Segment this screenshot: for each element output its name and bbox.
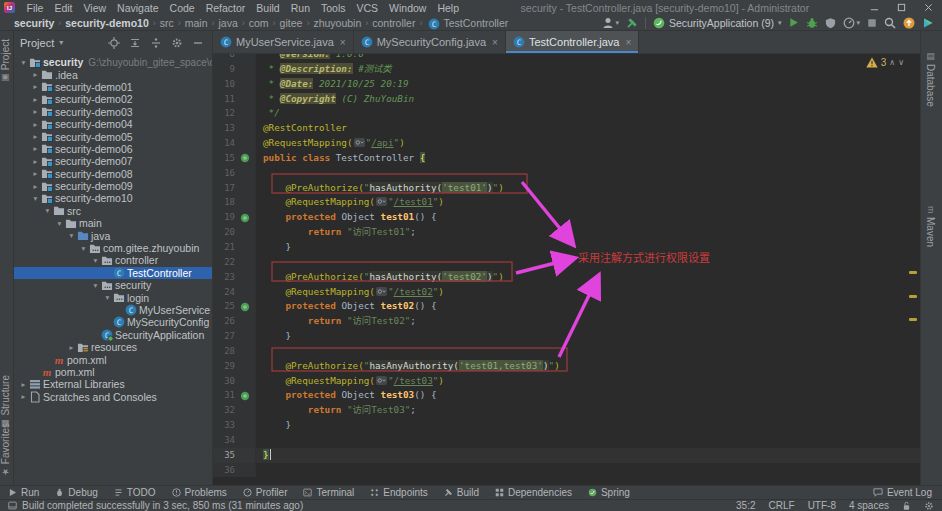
url-inlay-icon[interactable]	[376, 376, 387, 385]
line-number[interactable]: 28	[213, 344, 235, 359]
toolwindow-button-build[interactable]: Build	[444, 487, 479, 498]
line-number[interactable]: 30	[213, 374, 235, 389]
line-number[interactable]: 25	[213, 299, 235, 314]
toolwindow-button-profiler[interactable]: Profiler	[243, 487, 288, 498]
error-stripe-mark[interactable]	[909, 318, 917, 321]
line-number[interactable]: 18	[213, 195, 235, 210]
stop-button[interactable]	[867, 18, 877, 28]
tree-item-login[interactable]: ▾login	[14, 291, 212, 303]
minimize-icon[interactable]	[861, 0, 888, 15]
tree-expanded-icon[interactable]: ▾	[18, 58, 29, 67]
breadcrumb-item-security-demo10[interactable]: security-demo10	[65, 17, 148, 29]
toolwindow-button-problems[interactable]: Problems	[172, 487, 227, 498]
toolwindow-button-database[interactable]: ▤Database	[925, 51, 936, 107]
tree-item-security-demo06[interactable]: ▸security-demo06	[14, 143, 212, 155]
line-number[interactable]: 26	[213, 314, 235, 329]
spring-bean-gutter-icon[interactable]	[235, 151, 256, 166]
tree-collapsed-icon[interactable]: ▸	[18, 392, 29, 401]
menu-item-file[interactable]: File	[21, 2, 49, 14]
line-number[interactable]: 24	[213, 285, 235, 300]
line-number[interactable]: 19	[213, 210, 235, 225]
url-inlay-icon[interactable]	[376, 287, 387, 296]
user-button[interactable]: ▾	[602, 17, 619, 29]
settings-button[interactable]	[171, 37, 183, 49]
toolwindow-button-debug[interactable]: Debug	[55, 487, 97, 498]
breadcrumb-item-security[interactable]: security	[14, 17, 54, 29]
line-number[interactable]: 17	[213, 181, 235, 196]
close-tab-icon[interactable]: ×	[340, 37, 346, 48]
line-number[interactable]: 15	[213, 151, 235, 166]
maximize-icon[interactable]	[888, 0, 915, 15]
line-number[interactable]: 13	[213, 121, 235, 136]
tree-collapsed-icon[interactable]: ▸	[30, 70, 41, 79]
tree-item-security[interactable]: ▾security	[14, 279, 212, 291]
line-number[interactable]: 32	[213, 403, 235, 418]
tree-expanded-icon[interactable]: ▾	[78, 244, 89, 253]
tree-item-security-demo07[interactable]: ▸security-demo07	[14, 155, 212, 167]
tree-expanded-icon[interactable]: ▾	[102, 293, 113, 302]
url-inlay-icon[interactable]	[354, 138, 365, 147]
tree-item-security-demo03[interactable]: ▸security-demo03	[14, 106, 212, 118]
url-inlay-icon[interactable]	[376, 197, 387, 206]
spring-bean-gutter-icon[interactable]	[235, 299, 256, 314]
locate-button[interactable]	[108, 37, 120, 49]
project-panel-title[interactable]: Project	[20, 37, 54, 49]
lock-icon[interactable]	[902, 501, 911, 511]
tree-collapsed-icon[interactable]: ▸	[30, 132, 41, 141]
collapse-all-button[interactable]	[129, 37, 141, 49]
tree-item-security[interactable]: ▾securityG:\zhuyoubin_gitee_space\code\s…	[14, 56, 212, 68]
tree-expanded-icon[interactable]: ▾	[66, 231, 77, 240]
tree-collapsed-icon[interactable]: ▸	[30, 144, 41, 153]
error-stripe-mark[interactable]	[909, 295, 917, 298]
line-number[interactable]: 10	[213, 77, 235, 92]
line-separator[interactable]: CRLF	[769, 500, 795, 511]
tree-collapsed-icon[interactable]: ▸	[30, 95, 41, 104]
error-stripe-mark[interactable]	[909, 271, 917, 274]
profiler-button[interactable]: ▾	[843, 17, 860, 29]
inspections-widget[interactable]: 3 ∧ ∨	[866, 57, 904, 68]
menu-item-build[interactable]: Build	[251, 2, 285, 14]
line-number[interactable]: 20	[213, 225, 235, 240]
menu-item-edit[interactable]: Edit	[49, 2, 78, 14]
spring-bean-gutter-icon[interactable]	[235, 388, 256, 403]
close-tab-icon[interactable]: ×	[625, 37, 631, 48]
tree-collapsed-icon[interactable]: ▸	[30, 107, 41, 116]
tab-mysecurityconfig-java[interactable]: CMySecurityConfig.java×	[354, 31, 506, 53]
breadcrumb-item-main[interactable]: main	[185, 17, 208, 29]
run-configuration-select[interactable]: SecurityApplication (9)▾	[653, 17, 782, 29]
line-number[interactable]: 35	[213, 448, 235, 463]
tree-item-security-demo04[interactable]: ▸security-demo04	[14, 118, 212, 130]
close-tab-icon[interactable]: ×	[492, 37, 498, 48]
tree-item-controller[interactable]: ▾controller	[14, 254, 212, 266]
breadcrumb-item-java[interactable]: java	[219, 17, 238, 29]
breadcrumb-item-zhuyoubin[interactable]: zhuyoubin	[313, 17, 361, 29]
menu-item-tools[interactable]: Tools	[315, 2, 351, 14]
tree-collapsed-icon[interactable]: ▸	[30, 182, 41, 191]
tree-item-resources[interactable]: ▸resources	[14, 341, 212, 353]
tree-expanded-icon[interactable]: ▾	[90, 256, 101, 265]
hammer-button[interactable]	[626, 17, 638, 29]
tree-item-testcontroller[interactable]: CTestController	[14, 267, 212, 279]
line-number[interactable]: 21	[213, 240, 235, 255]
menu-item-code[interactable]: Code	[164, 2, 200, 14]
highlighting-gear-icon[interactable]	[924, 501, 934, 511]
toolwindow-button-dependencies[interactable]: Dependencies	[495, 487, 572, 498]
close-icon[interactable]	[915, 0, 942, 15]
tree-expanded-icon[interactable]: ▾	[30, 194, 41, 203]
caret-position[interactable]: 35:2	[736, 500, 755, 511]
toolwindow-button-todo[interactable]: TODO	[114, 487, 156, 498]
tree-expanded-icon[interactable]: ▾	[90, 281, 101, 290]
code-editor[interactable]: 8 * @Version: 1.0.09 * @Description: #测试…	[213, 54, 920, 485]
tree-collapsed-icon[interactable]: ▸	[30, 157, 41, 166]
breadcrumb-item-gitee[interactable]: gitee	[280, 17, 303, 29]
toolwindow-button-project[interactable]: ▣Project	[0, 39, 11, 83]
event-log-button[interactable]: Event Log	[873, 487, 932, 498]
tree-expanded-icon[interactable]: ▾	[54, 219, 65, 228]
tree-item-idea[interactable]: ▸.idea	[14, 68, 212, 80]
line-number[interactable]: 14	[213, 136, 235, 151]
tree-expanded-icon[interactable]: ▾	[42, 206, 53, 215]
line-number[interactable]: 31	[213, 388, 235, 403]
coverage-button[interactable]	[825, 17, 836, 29]
chevron-down-icon[interactable]: ▾	[59, 38, 63, 47]
debug-button[interactable]	[806, 17, 818, 29]
